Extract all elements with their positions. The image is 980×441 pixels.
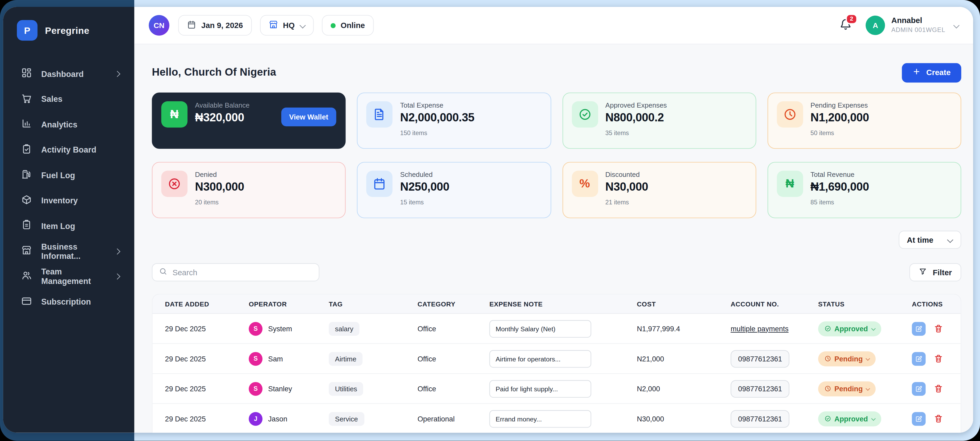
bar-chart-icon (21, 118, 32, 131)
cell-account: 09877612361 (730, 410, 818, 427)
account-number[interactable]: 09877612361 (730, 380, 789, 397)
chevron-right-icon (114, 248, 120, 254)
delete-button[interactable] (934, 414, 943, 423)
account-number[interactable]: 09877612361 (730, 410, 789, 427)
cell-cost: N1,977,999.4 (637, 325, 731, 332)
sidebar-item-item-log[interactable]: Item Log (3, 213, 135, 239)
user-info: Annabel ADMIN 001WGEL (891, 17, 945, 34)
sidebar-item-business-information[interactable]: Business Informat... (3, 239, 135, 264)
topbar-right: 2 A Annabel ADMIN 001WGEL (839, 16, 958, 35)
user-role: ADMIN 001WGEL (891, 26, 945, 34)
edit-button[interactable] (912, 412, 926, 425)
date-picker[interactable]: Jan 9, 2026 (178, 15, 251, 36)
cart-icon (21, 93, 32, 105)
cell-account: 09877612361 (730, 350, 818, 367)
check-circle-icon (824, 325, 831, 332)
chevron-down-icon[interactable] (953, 22, 959, 28)
edit-button[interactable] (912, 352, 926, 365)
chevron-right-icon (114, 274, 120, 279)
tag-pill: Service (329, 412, 364, 425)
card-label: Approved Expenses (605, 101, 667, 109)
column-header: TAG (329, 300, 418, 307)
pending-expenses-card: Pending Expenses N1,200,000 50 items (767, 92, 961, 149)
status-badge[interactable]: Pending (818, 351, 876, 366)
expense-note-input[interactable]: Paid for light supply... (490, 380, 591, 397)
sidebar-item-fuel-log[interactable]: Fuel Log (3, 162, 135, 188)
delete-button[interactable] (934, 324, 943, 333)
tag-pill: Airtime (329, 352, 363, 365)
fuel-pump-icon (21, 169, 32, 181)
edit-button[interactable] (912, 382, 926, 395)
card-text: Approved Expenses N800,000.2 35 items (605, 101, 667, 136)
dashboard-icon (21, 68, 32, 80)
online-dot-icon (331, 23, 336, 28)
sidebar: P Peregrine Dashboard Sales Analytics Ac… (3, 7, 135, 433)
check-circle-icon (824, 415, 831, 422)
cell-operator: S System (249, 322, 329, 336)
expenses-table: DATE ADDED OPERATOR TAG CATEGORY EXPENSE… (152, 294, 961, 433)
chevron-down-icon (948, 237, 953, 243)
edit-button[interactable] (912, 322, 926, 336)
notifications-button[interactable]: 2 (839, 18, 852, 33)
sidebar-item-subscription[interactable]: Subscription (3, 289, 135, 315)
card-items: 85 items (811, 199, 869, 206)
search-input[interactable] (173, 268, 313, 277)
cell-tag: salary (329, 322, 418, 336)
status-badge[interactable]: Approved (818, 321, 881, 336)
status-badge[interactable]: Approved (818, 411, 881, 426)
stat-cards-row-1: ₦ Available Balance ₦320,000 View Wallet… (152, 92, 961, 149)
filter-button[interactable]: Filter (910, 263, 961, 282)
cell-note: Paid for light supply... (490, 380, 637, 397)
column-header: ACCOUNT NO. (730, 300, 818, 307)
total-expense-card: Total Expense N2,000,000.35 150 items (357, 92, 551, 149)
naira-icon: ₦ (777, 171, 803, 197)
org-avatar[interactable]: CN (149, 15, 169, 36)
sidebar-item-sales[interactable]: Sales (3, 87, 135, 112)
column-header: STATUS (818, 300, 912, 307)
status-badge[interactable]: Pending (818, 381, 876, 396)
column-header: ACTIONS (912, 300, 961, 307)
expense-note-input[interactable]: Airtime for operators... (490, 350, 591, 367)
online-status[interactable]: Online (322, 15, 374, 36)
cell-category: Office (418, 355, 490, 362)
view-wallet-button[interactable]: View Wallet (281, 108, 336, 126)
account-link[interactable]: multiple payments (730, 325, 788, 332)
operator-name: System (268, 325, 292, 332)
cell-date: 29 Dec 2025 (153, 355, 249, 362)
sidebar-item-inventory[interactable]: Inventory (3, 188, 135, 213)
calendar-icon (187, 19, 196, 31)
sidebar-item-label: Fuel Log (41, 170, 75, 180)
time-filter-select[interactable]: At time (899, 231, 961, 249)
table-controls: Filter (152, 263, 961, 282)
filter-label: Filter (933, 268, 952, 277)
cell-tag: Service (329, 412, 418, 425)
cell-actions (912, 352, 961, 365)
column-header: OPERATOR (249, 300, 329, 307)
sidebar-item-label: Analytics (41, 120, 78, 129)
delete-button[interactable] (934, 354, 943, 363)
greeting-row: Hello, Church Of Nigeria Create (152, 62, 961, 83)
sidebar-item-dashboard[interactable]: Dashboard (3, 61, 135, 87)
card-text: Total Revenue ₦1,690,000 85 items (811, 171, 869, 206)
operator-avatar: J (249, 412, 262, 425)
user-avatar[interactable]: A (866, 16, 885, 35)
branch-selector[interactable]: HQ (260, 15, 314, 36)
create-button[interactable]: Create (902, 63, 961, 82)
expense-note-input[interactable]: Errand money... (490, 410, 591, 427)
sidebar-item-activity-board[interactable]: Activity Board (3, 137, 135, 162)
content: Hello, Church Of Nigeria Create ₦ Availa… (134, 45, 973, 433)
cell-actions (912, 412, 961, 425)
card-value: N250,000 (400, 180, 449, 194)
cell-category: Office (418, 325, 490, 332)
account-number[interactable]: 09877612361 (730, 350, 789, 367)
expense-note-input[interactable]: Monthly Salary (Net) (490, 320, 591, 338)
card-value: N300,000 (195, 180, 244, 194)
sidebar-item-analytics[interactable]: Analytics (3, 112, 135, 137)
delete-button[interactable] (934, 384, 943, 393)
brand: P Peregrine (3, 7, 135, 41)
sidebar-item-label: Business Informat... (41, 242, 105, 261)
column-header: COST (637, 300, 731, 307)
sidebar-item-team-management[interactable]: Team Management (3, 264, 135, 289)
card-value: N1,200,000 (811, 111, 869, 124)
table-row: 29 Dec 2025 S Sam Airtime Office Airtime… (153, 344, 961, 374)
